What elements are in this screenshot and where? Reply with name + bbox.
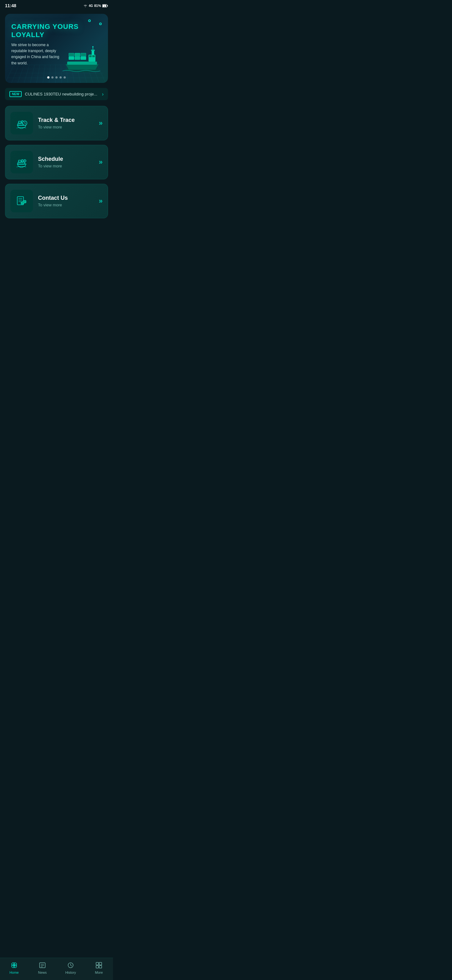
carousel-dots: [48, 76, 66, 78]
track-trace-card[interactable]: Track & Trace To view more »: [5, 106, 108, 140]
main-content: CARRYING YOURS LOYALLY We strive to beco…: [0, 10, 113, 251]
track-trace-icon: [15, 116, 29, 130]
track-trace-icon-wrap: [10, 112, 33, 134]
schedule-text: Schedule To view more: [38, 156, 94, 169]
signal-label: 4G: [89, 4, 93, 8]
dot-1[interactable]: [48, 76, 49, 78]
contact-us-card[interactable]: Contact Us To view more »: [5, 184, 108, 218]
hero-subtitle: We strive to become a reputable transpor…: [11, 42, 62, 66]
contact-us-chevron-icon: »: [99, 197, 103, 204]
dot-2[interactable]: [51, 76, 54, 78]
schedule-icon: [15, 155, 29, 169]
schedule-title: Schedule: [38, 156, 94, 162]
battery-icon: [102, 4, 108, 8]
status-time: 11:48: [5, 3, 16, 8]
schedule-icon-wrap: [10, 151, 33, 173]
news-text: CULINES 1930TEU newbuilding proje...: [25, 92, 98, 96]
contact-us-icon: [15, 194, 29, 208]
news-badge: NEW: [10, 91, 22, 97]
schedule-subtitle: To view more: [38, 164, 94, 169]
hero-banner: CARRYING YOURS LOYALLY We strive to beco…: [5, 14, 108, 83]
hero-title: CARRYING YOURS LOYALLY: [11, 22, 102, 39]
track-trace-chevron-icon: »: [99, 120, 103, 127]
contact-us-text: Contact Us To view more: [38, 195, 94, 207]
track-trace-title: Track & Trace: [38, 117, 94, 123]
contact-us-subtitle: To view more: [38, 203, 94, 207]
news-arrow-icon: ›: [102, 91, 103, 97]
status-icons: 4G 81%: [83, 4, 108, 8]
battery-label: 81%: [94, 4, 101, 8]
news-ticker[interactable]: NEW CULINES 1930TEU newbuilding proje...…: [5, 88, 108, 100]
dot-4[interactable]: [60, 76, 62, 78]
track-trace-subtitle: To view more: [38, 125, 94, 129]
status-bar: 11:48 4G 81%: [0, 0, 113, 10]
contact-us-title: Contact Us: [38, 195, 94, 201]
dot-5[interactable]: [64, 76, 66, 78]
dot-3[interactable]: [56, 76, 58, 78]
track-trace-text: Track & Trace To view more: [38, 117, 94, 129]
schedule-chevron-icon: »: [99, 159, 103, 165]
svg-point-28: [24, 161, 25, 161]
schedule-card[interactable]: Schedule To view more »: [5, 145, 108, 179]
svg-rect-2: [107, 5, 108, 6]
contact-us-icon-wrap: [10, 190, 33, 212]
wifi-icon: [83, 4, 87, 8]
hero-content: CARRYING YOURS LOYALLY We strive to beco…: [5, 14, 108, 66]
